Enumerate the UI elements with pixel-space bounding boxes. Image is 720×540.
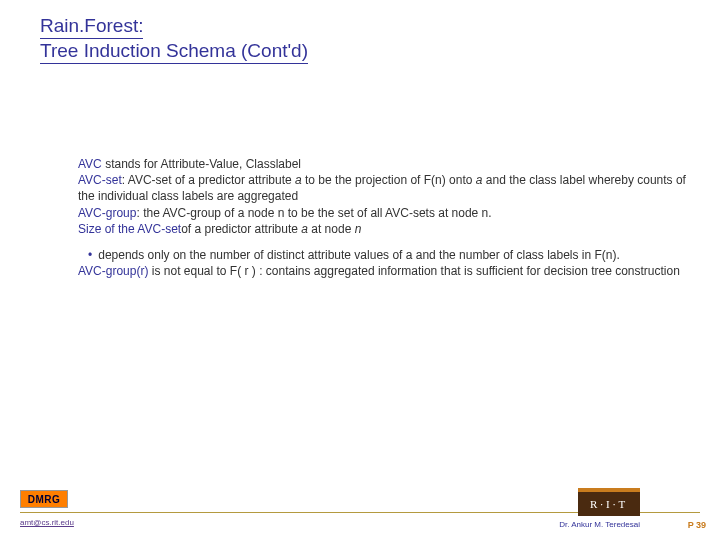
avc-keyword: AVC (78, 157, 102, 171)
avc-line: AVC stands for Attribute-Value, Classlab… (78, 156, 690, 172)
avcset-t2: to be the projection of F(n) onto (302, 173, 476, 187)
dmrg-logo: DMRG (20, 490, 68, 508)
avcgroup-line: AVC-group: the AVC-group of a node n to … (78, 205, 690, 221)
size-n: n (355, 222, 362, 236)
size-t2: at node (308, 222, 355, 236)
slide-title: Rain.Forest: Tree Induction Schema (Cont… (40, 14, 308, 64)
title-line2: Tree Induction Schema (Cont'd) (40, 40, 308, 61)
size-a: a (301, 222, 308, 236)
bullet-icon: • (88, 247, 92, 263)
avc-text: stands for Attribute-Value, Classlabel (102, 157, 301, 171)
title-line1: Rain.Forest: (40, 15, 143, 36)
author: Dr. Ankur M. Teredesai (559, 520, 640, 529)
page-number: P 39 (688, 520, 706, 530)
avcset-line: AVC-set: AVC-set of a predictor attribut… (78, 172, 690, 204)
rit-text: R·I·T (578, 492, 640, 516)
sub-block: • depends only on the number of distinct… (78, 247, 690, 279)
size-keyword: Size of the AVC-set (78, 222, 181, 236)
avcset-keyword: AVC-set (78, 173, 122, 187)
avcgroup-r-keyword: AVC-group(r) (78, 264, 148, 278)
footer: DMRG amt@cs.rit.edu R·I·T Dr. Ankur M. T… (0, 488, 720, 540)
size-line: Size of the AVC-setof a predictor attrib… (78, 221, 690, 237)
bullet-row: • depends only on the number of distinct… (88, 247, 690, 263)
dmrg-text: DMRG (28, 494, 61, 505)
email-link[interactable]: amt@cs.rit.edu (20, 518, 74, 527)
avcgroup-keyword: AVC-group (78, 206, 136, 220)
bullet-text: depends only on the number of distinct a… (98, 247, 620, 263)
avcset-t1: : AVC-set of a predictor attribute (122, 173, 295, 187)
avcset-a1: a (295, 173, 302, 187)
size-t1: of a predictor attribute (181, 222, 301, 236)
rit-logo: R·I·T (578, 488, 640, 516)
avcgroup-text: : the AVC-group of a node n to be the se… (136, 206, 491, 220)
avcgroup-r-line: AVC-group(r) is not equal to F( r ) : co… (78, 263, 690, 279)
slide-body: AVC stands for Attribute-Value, Classlab… (78, 156, 690, 279)
avcgroup-r-text: is not equal to F( r ) : contains aggreg… (148, 264, 679, 278)
